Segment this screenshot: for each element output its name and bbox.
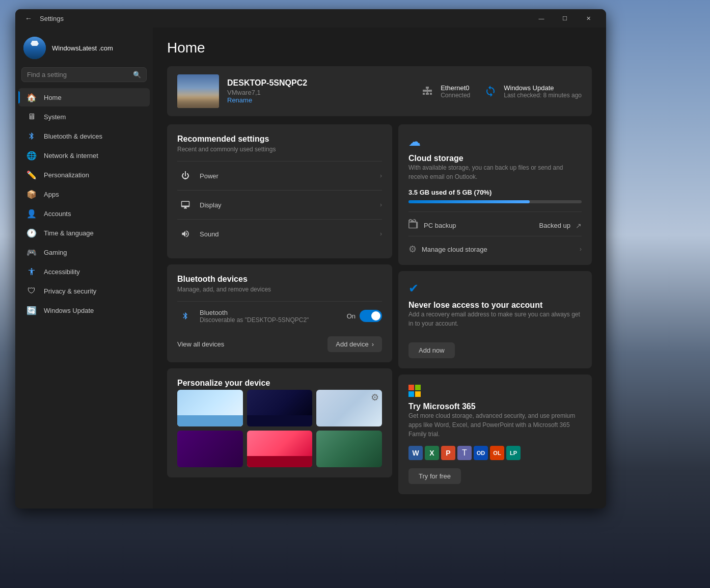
sidebar-item-home[interactable]: 🏠 Home (18, 88, 150, 106)
microsoft-logo (408, 385, 421, 397)
ms365-desc: Get more cloud storage, advanced securit… (408, 411, 582, 439)
sidebar-item-accounts[interactable]: 👤 Accounts (18, 204, 150, 223)
sidebar-item-label: Personalization (44, 171, 89, 179)
ethernet-label: Ethernet0 (441, 84, 470, 92)
personalize-title: Personalize your device (177, 379, 382, 388)
sidebar-item-apps[interactable]: 📦 Apps (18, 185, 150, 203)
search-box[interactable]: 🔍 (21, 67, 147, 82)
ethernet-sub: Connected (441, 92, 470, 99)
bluetooth-devices-card: Bluetooth devices Manage, add, and remov… (167, 264, 392, 362)
maximize-button[interactable]: ☐ (553, 9, 577, 28)
device-name: DESKTOP-5SNQPC2 (227, 78, 411, 88)
sidebar-item-label: Accounts (44, 210, 71, 218)
manage-cloud-storage-row[interactable]: ⚙ Manage cloud storage › (408, 244, 582, 255)
sidebar-item-update[interactable]: 🔄 Windows Update (18, 301, 150, 319)
search-input[interactable] (27, 71, 129, 78)
sidebar-item-bluetooth[interactable]: Bluetooth & devices (18, 127, 150, 145)
window-title: Settings (40, 15, 64, 22)
theme-thumb-6[interactable] (316, 431, 382, 467)
sidebar-item-label: Privacy & security (44, 287, 96, 295)
search-container: 🔍 (15, 67, 153, 88)
sidebar-item-system[interactable]: 🖥 System (18, 108, 150, 126)
personalization-icon: ✏️ (26, 170, 37, 180)
update-sub: Last checked: 8 minutes ago (504, 92, 582, 99)
ethernet-text: Ethernet0 Connected (441, 84, 470, 99)
loop-icon: LP (506, 446, 521, 460)
main-area: WindowsLatest .com 🔍 🏠 Home 🖥 System (15, 28, 606, 509)
sidebar-item-label: Home (44, 94, 62, 101)
account-security-card: ✔ Never lose access to your account Add … (398, 271, 592, 368)
sidebar-item-time[interactable]: 🕐 Time & language (18, 224, 150, 242)
update-icon: 🔄 (26, 305, 37, 315)
display-setting-row[interactable]: Display › (177, 190, 382, 219)
search-icon: 🔍 (133, 71, 141, 78)
pc-backup-row: PC backup Backed up ↗ (408, 211, 582, 232)
manage-storage-icon: ⚙ (408, 244, 417, 255)
two-column-layout: Recommended settings Recent and commonly… (167, 124, 592, 494)
sidebar-item-label: Bluetooth & devices (44, 132, 102, 140)
word-icon: W (408, 446, 423, 460)
view-all-devices-link[interactable]: View all devices (177, 340, 321, 348)
power-icon: ⏻ (177, 168, 194, 184)
page-title: Home (167, 40, 592, 56)
recommended-settings-card: Recommended settings Recent and commonly… (167, 124, 392, 258)
sound-setting-row[interactable]: Sound › (177, 219, 382, 248)
recommended-sub: Recent and commonly used settings (177, 146, 382, 153)
user-profile[interactable]: WindowsLatest .com (15, 32, 153, 67)
security-icon: ✔ (408, 281, 419, 296)
try-for-free-button[interactable]: Try for free (408, 468, 461, 484)
sidebar-item-accessibility[interactable]: Accessibility (18, 262, 150, 281)
device-info: DESKTOP-5SNQPC2 VMware7,1 Rename (227, 78, 411, 104)
device-image (177, 74, 219, 108)
add-device-button[interactable]: Add device › (327, 336, 382, 352)
system-icon: 🖥 (26, 112, 37, 122)
bluetooth-footer: View all devices Add device › (177, 330, 382, 352)
sidebar-item-network[interactable]: 🌐 Network & internet (18, 146, 150, 165)
theme-thumb-5[interactable] (247, 431, 313, 467)
storage-info: 3.5 GB used of 5 GB (70%) (408, 189, 582, 196)
sidebar: WindowsLatest .com 🔍 🏠 Home 🖥 System (15, 28, 153, 509)
right-column: ☁ Cloud storage With available storage, … (398, 124, 592, 494)
sidebar-item-label: Apps (44, 191, 59, 198)
add-now-button[interactable]: Add now (408, 342, 455, 358)
sound-chevron: › (380, 230, 382, 237)
sidebar-item-personalization[interactable]: ✏️ Personalization (18, 166, 150, 184)
content-area: Home DESKTOP-5SNQPC2 VMware7,1 Rename Et (153, 28, 606, 509)
bluetooth-toggle[interactable] (360, 310, 382, 322)
window-controls: — ☐ ✕ (530, 9, 600, 28)
gaming-icon: 🎮 (26, 247, 37, 257)
ms365-header (408, 385, 582, 397)
theme-thumb-2[interactable] (247, 390, 313, 426)
user-name: WindowsLatest .com (52, 44, 113, 52)
bluetooth-toggle-wrap: On (347, 310, 382, 322)
close-button[interactable]: ✕ (577, 9, 600, 28)
external-link-icon[interactable]: ↗ (576, 222, 582, 230)
rename-link[interactable]: Rename (227, 96, 411, 104)
power-setting-row[interactable]: ⏻ Power › (177, 161, 382, 190)
theme-thumb-3[interactable] (316, 390, 382, 426)
theme-thumb-4[interactable] (177, 431, 243, 467)
minimize-button[interactable]: — (530, 9, 553, 28)
bluetooth-info: Bluetooth Discoverable as "DESKTOP-5SNQP… (200, 309, 347, 324)
sidebar-item-label: System (44, 113, 66, 121)
bluetooth-row: Bluetooth Discoverable as "DESKTOP-5SNQP… (177, 301, 382, 330)
sidebar-item-privacy[interactable]: 🛡 Privacy & security (18, 282, 150, 300)
ethernet-status: Ethernet0 Connected (419, 83, 470, 99)
pc-backup[interactable]: PC backup Backed up ↗ (408, 219, 582, 232)
accessibility-icon (26, 266, 37, 277)
personalize-card: Personalize your device (167, 368, 392, 477)
storage-bar-background (408, 200, 582, 203)
power-chevron: › (380, 172, 382, 179)
back-button[interactable]: ← (21, 11, 36, 25)
accounts-icon: 👤 (26, 208, 37, 219)
cloud-storage-header: ☁ (408, 135, 582, 149)
recommended-title: Recommended settings (177, 135, 382, 144)
ethernet-icon (419, 83, 435, 99)
bluetooth-section-title: Bluetooth devices (177, 275, 382, 284)
bluetooth-section-sub: Manage, add, and remove devices (177, 286, 382, 293)
bluetooth-status-label: On (347, 312, 356, 320)
device-status: Ethernet0 Connected Windows Update Last … (419, 83, 582, 99)
sidebar-item-gaming[interactable]: 🎮 Gaming (18, 243, 150, 261)
theme-grid (177, 390, 382, 467)
theme-thumb-1[interactable] (177, 390, 243, 426)
